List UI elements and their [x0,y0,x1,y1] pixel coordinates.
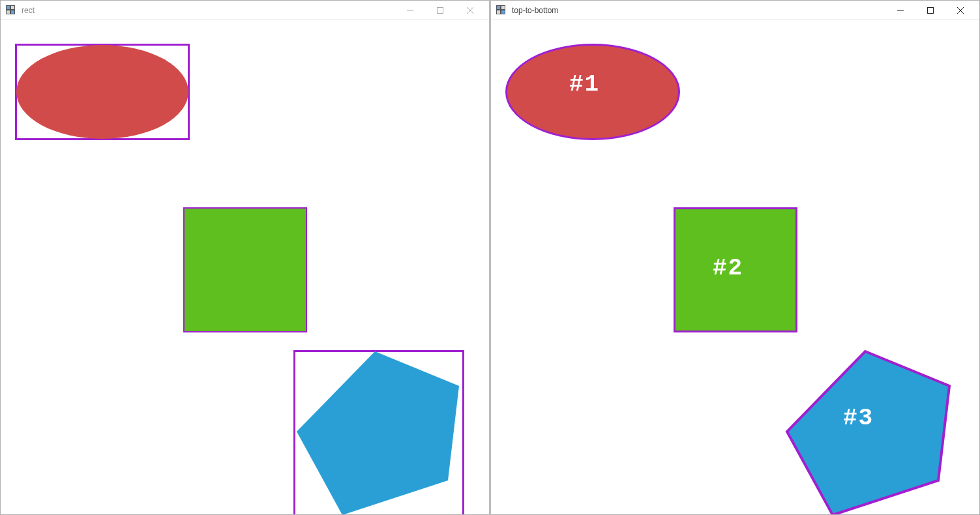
minimize-button[interactable] [885,1,915,20]
app-icon [6,5,16,16]
label-square: #2 [713,255,743,282]
window-title: rect [22,6,35,15]
ellipse-shape [16,45,188,139]
app-icon [496,5,507,16]
titlebar-top-to-bottom[interactable]: top-to-bottom [491,1,979,20]
maximize-button[interactable] [425,1,455,20]
svg-rect-6 [928,7,934,13]
canvas-top-to-bottom: #1 #2 #3 [491,20,979,514]
titlebar-rect[interactable]: rect [1,1,489,20]
svg-marker-4 [297,351,459,514]
window-rect: rect [0,0,490,515]
label-pentagon: #3 [843,405,874,432]
canvas-rect [1,20,489,514]
svg-rect-1 [438,7,443,13]
close-button[interactable] [945,1,975,20]
pentagon-shape [784,350,955,514]
window-top-to-bottom: top-to-bottom #1 #2 [490,0,980,515]
minimize-button[interactable] [395,1,425,20]
pentagon-shape [293,350,464,514]
square-shape [185,209,306,331]
close-button[interactable] [455,1,485,20]
window-title: top-to-bottom [512,6,558,15]
svg-marker-9 [787,351,949,514]
maximize-button[interactable] [915,1,945,20]
label-ellipse: #1 [569,71,600,98]
